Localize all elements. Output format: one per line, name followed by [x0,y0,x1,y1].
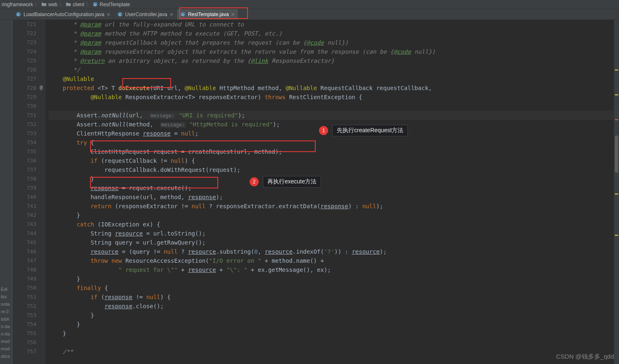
line-number[interactable]: 730 [12,102,45,111]
breadcrumb-item[interactable]: CRestTemplate [93,2,130,7]
line-number[interactable]: 721 [12,20,45,29]
tab-loadbalancer[interactable]: C LoadBalancerAutoConfiguration.java × [12,9,114,19]
line-number[interactable]: 754 [12,320,45,329]
code-line[interactable]: Assert.notNull(url, message: "URI is req… [49,111,619,120]
code-line[interactable]: return (responseExtractor != null ? resp… [49,202,619,211]
code-line[interactable]: String resource = url.toString(); [49,229,619,238]
code-line[interactable]: } [49,329,619,338]
code-line[interactable]: } [49,211,619,220]
line-number[interactable]: 724 [12,47,45,56]
breadcrumb-item[interactable]: ringframework [2,2,33,7]
override-gutter-icon[interactable]: @ [40,85,43,90]
line-number[interactable]: 750 [12,283,45,293]
code-line[interactable]: * @param responseExtractor object that e… [49,47,619,56]
code-line[interactable]: ClientHttpRequest request = createReques… [49,147,619,156]
code-editor[interactable]: * @param url the fully-expanded URL to c… [45,20,619,364]
line-number[interactable]: 747 [12,256,45,265]
code-line[interactable]: resource = (query != null ? resource.sub… [49,247,619,256]
close-icon[interactable]: × [107,12,110,17]
code-line[interactable]: throw new ResourceAccessException("I/O e… [49,256,619,265]
line-number[interactable]: 751 [12,293,45,302]
scrollbar-mark[interactable] [615,193,618,195]
stripe-button[interactable]: n-da [0,330,12,338]
line-number[interactable]: 734 [12,138,45,147]
code-line[interactable]: @Nullable [49,74,619,83]
code-line[interactable]: handleResponse(url, method, response); [49,193,619,202]
line-number[interactable]: 722 [12,29,45,38]
code-line[interactable]: try { [49,138,619,147]
stripe-button[interactable]: Edi [0,285,12,293]
line-number[interactable]: 740 [12,193,45,202]
code-line[interactable]: requestCallback.doWithRequest(request); [49,165,619,174]
scrollbar-mark[interactable] [615,119,618,120]
code-line[interactable]: response = request.execute(); [49,183,619,193]
code-line[interactable]: catch (IOException ex) { [49,220,619,229]
code-line[interactable]: * @return an arbitrary object, as return… [49,56,619,65]
line-number[interactable]: 732 [12,120,45,129]
line-number[interactable]: 757 [12,347,45,356]
line-number[interactable]: 737 [12,165,45,174]
code-line[interactable]: * @param requestCallback object that pre… [49,38,619,47]
code-line[interactable]: } [49,274,619,283]
code-line[interactable] [49,102,619,111]
code-line[interactable]: } [49,311,619,320]
scrollbar-thumb[interactable] [615,136,618,173]
code-line[interactable]: protected <T> T doExecute(URI url, @Null… [49,83,619,93]
code-line[interactable]: /** [49,347,619,356]
line-number[interactable]: 726 [12,65,45,74]
scrollbar-vertical[interactable] [614,20,619,364]
stripe-button[interactable]: nota [0,300,12,308]
line-number[interactable]: 738 [12,174,45,183]
line-number[interactable]: 749 [12,274,45,283]
stripe-button[interactable]: re:2: [0,308,12,315]
line-number[interactable]: 723 [12,38,45,47]
line-number[interactable]: 739 [12,183,45,193]
line-number[interactable]: 745 [12,238,45,247]
line-number[interactable]: 736 [12,156,45,165]
code-line[interactable]: * @param url the fully-expanded URL to c… [49,20,619,29]
stripe-button[interactable]: mod [0,338,12,345]
line-number[interactable]: 756 [12,338,45,347]
scrollbar-mark[interactable] [615,69,618,71]
code-line[interactable] [49,338,619,347]
stripe-button[interactable]: n-da [0,323,12,330]
code-line[interactable]: if (requestCallback != null) { [49,156,619,165]
code-line[interactable]: " request for \"" + resource + "\": " + … [49,265,619,274]
line-number[interactable]: 727 [12,74,45,83]
line-number[interactable]: 746 [12,247,45,256]
stripe-button[interactable]: mod [0,345,12,352]
line-number[interactable]: 731 [12,111,45,120]
line-number[interactable]: 755 [12,329,45,338]
line-number[interactable]: 743 [12,220,45,229]
line-number[interactable]: 744 [12,229,45,238]
stripe-button[interactable]: tioi [0,293,12,300]
scrollbar-mark[interactable] [615,235,618,236]
stripe-button[interactable]: tabii [0,315,12,323]
stripe-button[interactable]: stics [0,352,12,360]
line-number[interactable]: 735 [12,147,45,156]
line-number[interactable]: 741 [12,202,45,211]
code-line[interactable]: } [49,174,619,183]
code-line[interactable]: if (response != null) { [49,293,619,302]
line-number[interactable]: 753 [12,311,45,320]
close-icon[interactable]: × [231,12,235,17]
code-line[interactable]: } [49,320,619,329]
code-line[interactable]: response.close(); [49,302,619,311]
close-icon[interactable]: × [170,12,173,17]
line-number[interactable]: 733 [12,129,45,138]
gutter[interactable]: 7217227237247257267277287297307317327337… [12,20,45,364]
code-line[interactable]: finally { [49,283,619,293]
line-number[interactable]: 742 [12,211,45,220]
tab-usercontroller[interactable]: C UserController.java × [114,9,177,19]
code-line[interactable]: */ [49,65,619,74]
line-number[interactable]: 752 [12,302,45,311]
line-number[interactable]: 729 [12,93,45,102]
breadcrumb-item[interactable]: web [41,2,57,7]
code-line[interactable]: @Nullable ResponseExtractor<T> responseE… [49,93,619,102]
breadcrumb-item[interactable]: client [66,2,84,7]
tab-resttemplate[interactable]: C RestTemplate.java × [177,9,238,19]
code-line[interactable]: String query = url.getRawQuery(); [49,238,619,247]
scrollbar-mark[interactable] [615,94,618,95]
line-number[interactable]: 748 [12,265,45,274]
line-number[interactable]: 725 [12,56,45,65]
